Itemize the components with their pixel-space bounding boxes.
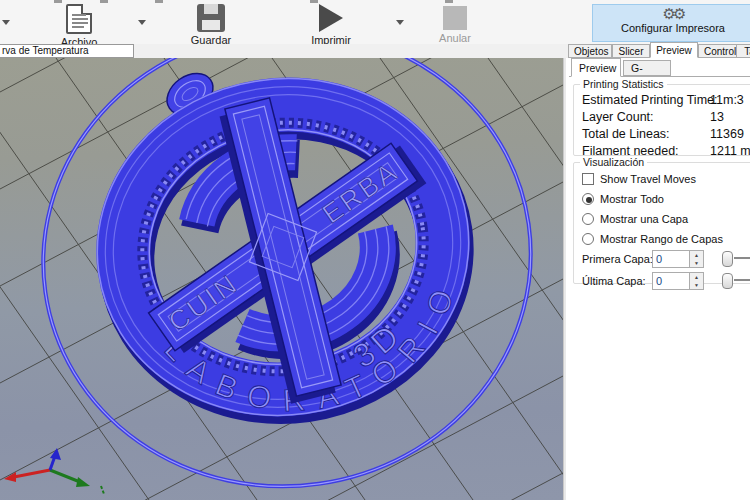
repetier-host-window: Archivo Guardar Imprimir Anular ⚙⚙ Confi… bbox=[0, 0, 750, 500]
stat-value: 1211 m bbox=[710, 144, 750, 158]
tab-preview[interactable]: Preview bbox=[650, 42, 698, 58]
menubar-remnant bbox=[100, 0, 108, 3]
guardar-button[interactable]: Guardar bbox=[186, 4, 236, 46]
imprimir-dropdown-arrow[interactable] bbox=[396, 20, 404, 25]
tab-objetos[interactable]: Objetos bbox=[568, 44, 612, 58]
mostrar-todo-radio[interactable]: Mostrar Todo bbox=[582, 193, 664, 205]
tab-slicer[interactable]: Slicer bbox=[612, 44, 650, 58]
mostrar-una-capa-radio[interactable]: Mostrar una Capa bbox=[582, 213, 688, 225]
spinner-arrows[interactable]: ▲▼ bbox=[689, 273, 703, 289]
visualizacion-title: Visualización bbox=[580, 156, 647, 168]
archivo-button[interactable]: Archivo bbox=[54, 4, 104, 48]
menubar-remnant bbox=[54, 0, 62, 3]
tab-curva-temperatura[interactable]: rva de Temperatura bbox=[0, 44, 134, 58]
anular-label: Anular bbox=[430, 32, 480, 44]
axis-indicator bbox=[4, 448, 104, 494]
radio-circle[interactable] bbox=[582, 233, 594, 245]
stat-row-lines: Total de Lineas: 11369 bbox=[582, 127, 750, 141]
checkbox-box[interactable] bbox=[582, 173, 594, 185]
mostrar-rango-radio[interactable]: Mostrar Rango de Capas bbox=[582, 233, 723, 245]
main-toolbar: Archivo Guardar Imprimir Anular ⚙⚙ Confi… bbox=[0, 0, 750, 44]
primera-capa-value: 0 bbox=[656, 253, 662, 265]
slider-groove bbox=[734, 279, 750, 282]
slider-groove bbox=[734, 257, 750, 260]
slider-handle[interactable] bbox=[722, 251, 733, 267]
spin-down-icon[interactable]: ▼ bbox=[694, 282, 699, 288]
toolbar-overflow-arrow[interactable] bbox=[2, 20, 10, 25]
tab-strip: rva de Temperatura Objetos Slicer Previe… bbox=[0, 44, 750, 58]
stat-value: 13 bbox=[710, 110, 724, 124]
ultima-capa-slider[interactable] bbox=[722, 273, 750, 289]
ultima-capa-spinner[interactable]: 0 ▲▼ bbox=[652, 272, 704, 290]
tab-tarjeta-sd[interactable]: Tarjet bbox=[736, 44, 750, 58]
spinner-arrows[interactable]: ▲▼ bbox=[689, 251, 703, 267]
show-travel-moves-checkbox[interactable]: Show Travel Moves bbox=[582, 173, 696, 185]
stop-icon bbox=[443, 6, 467, 30]
radio-label: Mostrar Rango de Capas bbox=[600, 233, 723, 245]
save-icon bbox=[197, 4, 225, 32]
stat-value: 11m:3 bbox=[710, 93, 744, 107]
primera-capa-spinner[interactable]: 0 ▲▼ bbox=[652, 250, 704, 268]
stat-row-time: Estimated Printing Time: 11m:3 bbox=[582, 93, 750, 107]
primera-capa-row: Primera Capa: 0 ▲▼ bbox=[582, 253, 653, 265]
primera-capa-label: Primera Capa: bbox=[582, 253, 653, 265]
radio-label: Mostrar una Capa bbox=[600, 213, 688, 225]
configurar-impresora-button[interactable]: ⚙⚙ Configurar Impresora bbox=[592, 4, 750, 42]
archivo-dropdown-arrow[interactable] bbox=[138, 20, 146, 25]
menubar-remnant bbox=[445, 0, 453, 3]
spin-up-icon[interactable]: ▲ bbox=[694, 252, 699, 258]
subtab-preview[interactable]: Preview bbox=[571, 58, 621, 77]
stat-label: Total de Lineas: bbox=[582, 127, 670, 141]
anular-button: Anular bbox=[430, 4, 480, 44]
ultima-capa-value: 0 bbox=[656, 275, 662, 287]
ultima-capa-row: Última Capa: 0 ▲▼ bbox=[582, 275, 646, 287]
menubar-remnant bbox=[155, 0, 163, 3]
subtab-gcode[interactable]: G-Code bbox=[623, 60, 671, 76]
checkbox-label: Show Travel Moves bbox=[600, 173, 696, 185]
gcode-preview-render: LABORATORIO 3D bbox=[0, 58, 563, 500]
stat-row-layers: Layer Count: 13 bbox=[582, 110, 750, 124]
print-play-icon bbox=[319, 4, 343, 32]
menubar-remnant bbox=[310, 0, 318, 3]
primera-capa-slider[interactable] bbox=[722, 251, 750, 267]
visualizacion-group: Visualización Show Travel Moves Mostrar … bbox=[573, 162, 750, 284]
printing-statistics-title: Printing Statistics bbox=[580, 78, 667, 90]
slider-handle[interactable] bbox=[722, 273, 733, 289]
gears-icon: ⚙⚙ bbox=[593, 5, 750, 22]
stat-label: Layer Count: bbox=[582, 110, 654, 124]
stat-value: 11369 bbox=[710, 127, 744, 141]
spin-up-icon[interactable]: ▲ bbox=[694, 274, 699, 280]
preview-panel: Preview G-Code Printing Statistics Estim… bbox=[567, 58, 750, 500]
file-icon bbox=[66, 4, 92, 34]
3d-preview-viewport[interactable]: LABORATORIO 3D bbox=[0, 58, 563, 500]
stat-label: Estimated Printing Time: bbox=[582, 93, 717, 107]
printing-statistics-group: Printing Statistics Estimated Printing T… bbox=[573, 84, 750, 156]
radio-circle[interactable] bbox=[582, 213, 594, 225]
imprimir-button[interactable]: Imprimir bbox=[305, 4, 357, 46]
configurar-impresora-label: Configurar Impresora bbox=[593, 22, 750, 34]
spin-down-icon[interactable]: ▼ bbox=[694, 260, 699, 266]
radio-label: Mostrar Todo bbox=[600, 193, 664, 205]
radio-circle[interactable] bbox=[582, 193, 594, 205]
ultima-capa-label: Última Capa: bbox=[582, 275, 646, 287]
